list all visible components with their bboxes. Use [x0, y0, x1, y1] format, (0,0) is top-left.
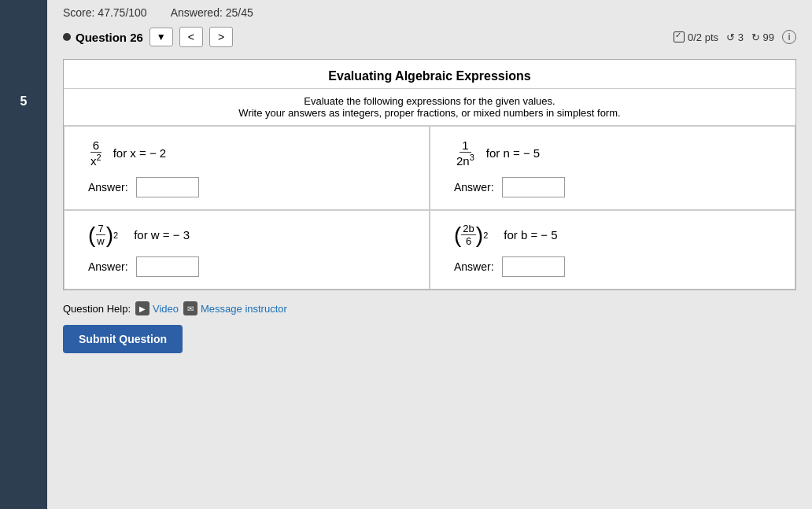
- retries-display: ↺ 3: [726, 31, 744, 43]
- checkbox-icon: [674, 31, 685, 42]
- question-box: Evaluating Algebraic Expressions Evaluat…: [63, 59, 796, 290]
- expression-grid: 6 x2 for x = − 2 Answer: 1 2n3 f: [64, 126, 795, 290]
- answer-input-1[interactable]: [136, 177, 199, 197]
- for-text-2: for n = − 5: [486, 146, 540, 160]
- question-dot: [63, 33, 71, 41]
- answer-input-3[interactable]: [136, 256, 199, 277]
- answer-label-4: Answer:: [454, 260, 494, 273]
- question-dropdown-btn[interactable]: ▼: [149, 28, 173, 46]
- video-icon: ▶: [135, 301, 149, 315]
- expression-cell-3: ( 7 w ) 2 for w = − 3 Answer:: [64, 210, 430, 290]
- for-text-3: for w = − 3: [134, 228, 190, 242]
- answer-label-1: Answer:: [88, 181, 128, 194]
- expression-cell-1: 6 x2 for x = − 2 Answer:: [64, 126, 430, 210]
- paren-expr-2: ( 2b 6 ) 2: [454, 223, 488, 247]
- question-instructions: Evaluate the following expressions for t…: [64, 89, 795, 126]
- answer-input-4[interactable]: [502, 256, 565, 277]
- expression-cell-4: ( 2b 6 ) 2 for b = − 5 Answer:: [430, 210, 795, 290]
- fraction-2: 1 2n3: [454, 138, 477, 168]
- submit-question-button[interactable]: Submit Question: [63, 325, 183, 353]
- message-icon: ✉: [183, 301, 197, 315]
- help-label: Question Help:: [63, 303, 131, 315]
- answer-label-3: Answer:: [88, 260, 128, 273]
- answered-label: Answered: 25/45: [171, 6, 253, 19]
- answer-label-2: Answer:: [454, 181, 494, 194]
- for-text-4: for b = − 5: [504, 228, 557, 242]
- submissions-display: ↻ 99: [751, 31, 774, 43]
- expression-cell-2: 1 2n3 for n = − 5 Answer:: [430, 126, 795, 210]
- pts-display: 0/2 pts: [674, 31, 718, 43]
- fraction-1: 6 x2: [88, 138, 104, 168]
- message-instructor-link[interactable]: ✉ Message instructor: [183, 301, 287, 315]
- answer-input-2[interactable]: [502, 177, 565, 197]
- score-label: Score: 47.75/100: [63, 6, 147, 19]
- sidebar-number: 5: [20, 94, 28, 109]
- for-text-1: for x = − 2: [113, 146, 167, 160]
- question-number: Question 26: [76, 31, 143, 44]
- next-question-btn[interactable]: >: [209, 27, 233, 47]
- prev-question-btn[interactable]: <: [179, 27, 203, 47]
- paren-expr-1: ( 7 w ) 2: [88, 223, 118, 247]
- info-icon: i: [782, 30, 796, 44]
- question-title: Evaluating Algebraic Expressions: [64, 60, 795, 89]
- question-help: Question Help: ▶ Video ✉ Message instruc…: [63, 301, 796, 315]
- video-link[interactable]: ▶ Video: [135, 301, 179, 315]
